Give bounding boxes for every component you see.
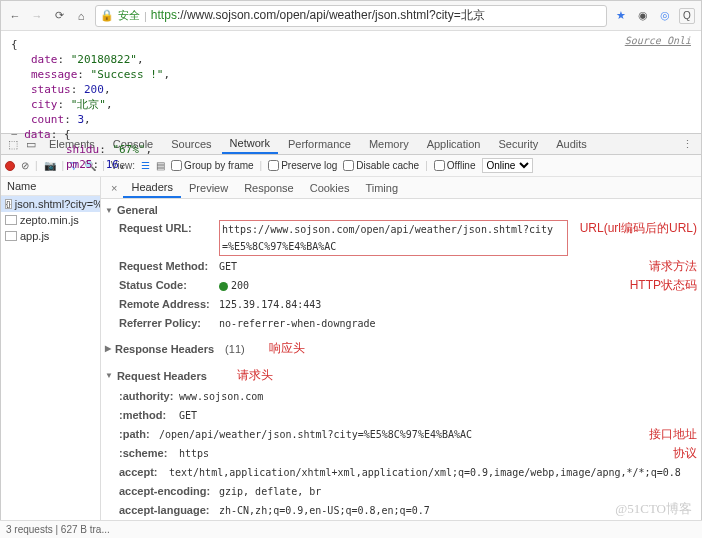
collapse-toggle[interactable]: − [11, 128, 18, 141]
close-icon[interactable]: × [105, 182, 123, 194]
annotation: HTTP状态码 [630, 277, 697, 294]
status-bar: 3 requests | 627 B tra... [0, 520, 702, 538]
annotation: URL(url编码后的URL) [580, 220, 697, 256]
request-row[interactable]: zepto.min.js [1, 212, 100, 228]
bookmark-icon[interactable]: ★ [613, 8, 629, 24]
request-method: GET [219, 258, 635, 275]
secure-label: 安全 [118, 8, 140, 23]
request-list: Name {}json.shtml?city=%... zepto.min.js… [1, 177, 101, 521]
annotation: 请求方法 [649, 258, 697, 275]
chrome-icon[interactable]: ◎ [657, 8, 673, 24]
back-icon[interactable]: ← [7, 8, 23, 24]
subtab-timing[interactable]: Timing [357, 179, 406, 197]
remote-address: 125.39.174.84:443 [219, 296, 697, 313]
annotation: 协议 [673, 445, 697, 462]
status-code: 200 [219, 277, 612, 294]
request-url: https://www.sojson.com/open/api/weather/… [219, 220, 568, 256]
request-row[interactable]: app.js [1, 228, 100, 244]
subtab-cookies[interactable]: Cookies [302, 179, 358, 197]
watermark: @51CTO博客 [615, 500, 692, 518]
reload-icon[interactable]: ⟳ [51, 8, 67, 24]
request-row[interactable]: {}json.shtml?city=%... [1, 196, 100, 212]
name-column[interactable]: Name [1, 177, 100, 196]
source-link[interactable]: Source Onli [625, 33, 691, 48]
url-text: https://www.sojson.com/open/api/weather/… [151, 7, 602, 24]
address-bar[interactable]: 🔒 安全 | https://www.sojson.com/open/api/w… [95, 5, 607, 27]
referrer-policy: no-referrer-when-downgrade [219, 315, 697, 332]
lock-icon: 🔒 [100, 9, 114, 22]
annotation: 响应头 [269, 340, 305, 357]
section-general[interactable]: ▼General [105, 201, 697, 219]
home-icon[interactable]: ⌂ [73, 8, 89, 24]
section-request-headers[interactable]: ▼Request Headers请求头 [105, 364, 697, 387]
subtab-headers[interactable]: Headers [123, 178, 181, 198]
extension-icon[interactable]: ◉ [635, 8, 651, 24]
json-viewer: Source Onli { date: "20180822", message:… [1, 31, 701, 133]
subtab-response[interactable]: Response [236, 179, 302, 197]
section-response-headers[interactable]: ▶Response Headers (11)响应头 [105, 337, 697, 360]
forward-icon[interactable]: → [29, 8, 45, 24]
subtab-preview[interactable]: Preview [181, 179, 236, 197]
annotation: 接口地址 [649, 426, 697, 443]
request-details: × Headers Preview Response Cookies Timin… [101, 177, 701, 521]
annotation: 请求头 [237, 367, 273, 384]
search-page-icon[interactable]: Q [679, 8, 695, 24]
